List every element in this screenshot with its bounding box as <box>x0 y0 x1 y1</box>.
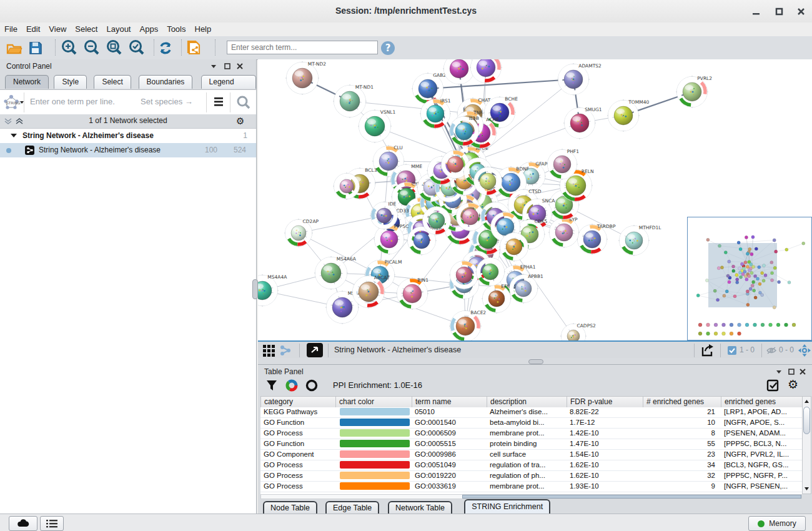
table-panel-menu-icon[interactable] <box>775 368 783 375</box>
network-node[interactable]: PHF1 <box>547 149 579 180</box>
tab-network-table[interactable]: Network Table <box>388 501 452 514</box>
tab-boundaries[interactable]: Boundaries <box>139 75 193 89</box>
donut-chart-icon[interactable] <box>285 379 298 392</box>
save-session-button[interactable] <box>26 39 45 57</box>
network-node[interactable] <box>443 59 475 85</box>
panel-splitter-handle[interactable] <box>252 279 258 299</box>
detach-view-icon[interactable] <box>307 343 323 357</box>
tab-style[interactable]: Style <box>54 75 87 89</box>
table-row[interactable]: GO ProcessGO:0033619membrane prot...1.93… <box>260 482 802 492</box>
ring-chart-icon[interactable] <box>305 379 318 392</box>
tab-edge-table[interactable]: Edge Table <box>325 501 379 514</box>
birds-eye-view[interactable] <box>687 217 812 340</box>
network-node[interactable]: SYP <box>548 217 580 248</box>
table-row[interactable]: GO FunctionGO:0001540beta-amyloid bi...1… <box>260 418 802 429</box>
open-file-button[interactable] <box>5 39 24 57</box>
share-view-icon[interactable] <box>279 344 292 357</box>
network-node[interactable]: MTHFD1L <box>618 225 661 256</box>
network-node[interactable]: BIN1 <box>396 277 428 310</box>
column-header-2[interactable]: term name <box>412 397 487 408</box>
table-row[interactable]: GO ProcessGO:0051049regulation of tra...… <box>260 460 802 471</box>
close-panel-icon[interactable] <box>236 62 244 70</box>
maximize-button[interactable] <box>773 5 786 17</box>
tab-string-enrichment[interactable]: STRING Enrichment <box>464 499 550 514</box>
network-node[interactable]: MT-ND2 <box>285 61 326 95</box>
table-float-icon[interactable] <box>788 368 795 375</box>
table-close-icon[interactable] <box>799 368 806 375</box>
zoom-in-icon[interactable] <box>60 39 79 57</box>
network-node[interactable]: IL1B <box>448 116 480 147</box>
tab-network[interactable]: Network <box>5 75 49 89</box>
string-query-placeholder[interactable]: Enter one term per line. <box>30 97 115 106</box>
network-collection-row[interactable]: String Network - Alzheimer's disease 1 <box>0 129 256 143</box>
menu-apps[interactable]: Apps <box>136 22 163 36</box>
network-node[interactable]: VSNL1 <box>358 109 395 143</box>
menu-select[interactable]: Select <box>71 22 102 36</box>
menu-help[interactable]: Help <box>191 22 216 36</box>
column-header-3[interactable]: description <box>487 397 567 408</box>
column-header-1[interactable]: chart color <box>336 397 412 408</box>
column-header-5[interactable]: # enriched genes <box>643 397 721 408</box>
menu-tools[interactable]: Tools <box>162 22 190 36</box>
set-species-label[interactable]: Set species → <box>141 97 193 106</box>
tab-select[interactable]: Select <box>94 75 131 89</box>
string-logo-icon[interactable]: STRING <box>2 94 24 111</box>
panel-menu-icon[interactable] <box>210 62 217 70</box>
network-panel-gear-icon[interactable]: ⚙ <box>236 116 244 127</box>
memory-button[interactable]: Memory <box>748 516 806 531</box>
table-row[interactable]: KEGG Pathways05010Alzheimer's dise...8.8… <box>260 407 802 418</box>
grid-view-icon[interactable] <box>262 344 276 357</box>
zoom-fit-icon[interactable] <box>105 39 124 57</box>
float-panel-icon[interactable] <box>224 62 231 70</box>
network-node[interactable]: PVRL2 <box>676 76 712 108</box>
table-settings-gear-icon[interactable]: ⚙ <box>788 377 798 392</box>
select-columns-icon[interactable] <box>766 379 780 392</box>
network-node[interactable]: CD2AP <box>284 219 319 247</box>
zoom-out-icon[interactable] <box>82 39 101 57</box>
hidden-eye-icon[interactable] <box>766 345 777 355</box>
network-row-selected[interactable]: String Network - Alzheimer's disease 100… <box>0 143 256 157</box>
collection-expander-icon[interactable] <box>10 132 17 139</box>
menu-view[interactable]: View <box>44 22 71 36</box>
string-search-icon[interactable] <box>236 95 251 110</box>
table-row[interactable]: GO ProcessGO:0019220regulation of ph...1… <box>260 471 802 482</box>
tab-legend-panel[interactable]: Legend Panel <box>201 75 256 89</box>
menu-layout[interactable]: Layout <box>102 22 135 36</box>
table-row[interactable]: GO FunctionGO:0005515protein binding1.47… <box>260 439 802 450</box>
column-header-6[interactable]: enriched genes <box>721 397 803 408</box>
minimize-button[interactable] <box>750 5 763 17</box>
table-row[interactable]: GO ComponentGO:0009986cell surface1.54E-… <box>260 450 802 460</box>
network-node[interactable]: MS4A6A <box>314 256 357 290</box>
network-node[interactable]: ADAMTS2 <box>557 63 602 96</box>
network-node[interactable]: SMUG1 <box>563 107 602 139</box>
column-header-0[interactable]: category <box>261 397 336 408</box>
network-node[interactable] <box>470 59 502 84</box>
network-node[interactable]: BACE2 <box>449 310 486 340</box>
selected-checkbox-icon[interactable] <box>727 345 737 355</box>
horizontal-splitter[interactable] <box>258 358 812 364</box>
menu-file[interactable]: File <box>0 22 22 36</box>
export-view-icon[interactable] <box>699 343 715 358</box>
network-node[interactable]: TOMM40 <box>607 99 649 132</box>
table-horizontal-scrollbar[interactable] <box>260 494 802 499</box>
task-list-button[interactable] <box>40 516 64 531</box>
close-button[interactable] <box>795 5 808 17</box>
network-node[interactable]: MS4A4A <box>258 274 287 307</box>
import-network-icon[interactable] <box>185 39 204 57</box>
column-header-4[interactable]: FDR p-value <box>567 397 643 408</box>
table-row[interactable]: GO ProcessGO:0006509membrane prot...1.42… <box>260 429 802 439</box>
table-vertical-scrollbar[interactable] <box>802 396 811 494</box>
string-options-icon[interactable] <box>212 96 225 108</box>
network-node[interactable]: TARDBP <box>577 224 616 255</box>
menu-edit[interactable]: Edit <box>22 22 44 36</box>
tab-node-table[interactable]: Node Table <box>263 501 317 514</box>
zoom-selected-icon[interactable] <box>127 39 146 57</box>
network-node[interactable]: CADPS2 <box>560 323 596 340</box>
search-input[interactable] <box>227 41 378 54</box>
network-canvas[interactable]: MT-ND2MT-ND1VSNL1CD2APMS4A6AMS4A4AMS4A4E… <box>258 59 812 340</box>
pan-tool-icon[interactable] <box>798 344 811 357</box>
filter-icon[interactable] <box>265 379 278 392</box>
help-icon[interactable]: ? <box>379 39 397 57</box>
refresh-icon[interactable] <box>156 39 175 57</box>
cloud-tasks-button[interactable] <box>9 516 37 531</box>
